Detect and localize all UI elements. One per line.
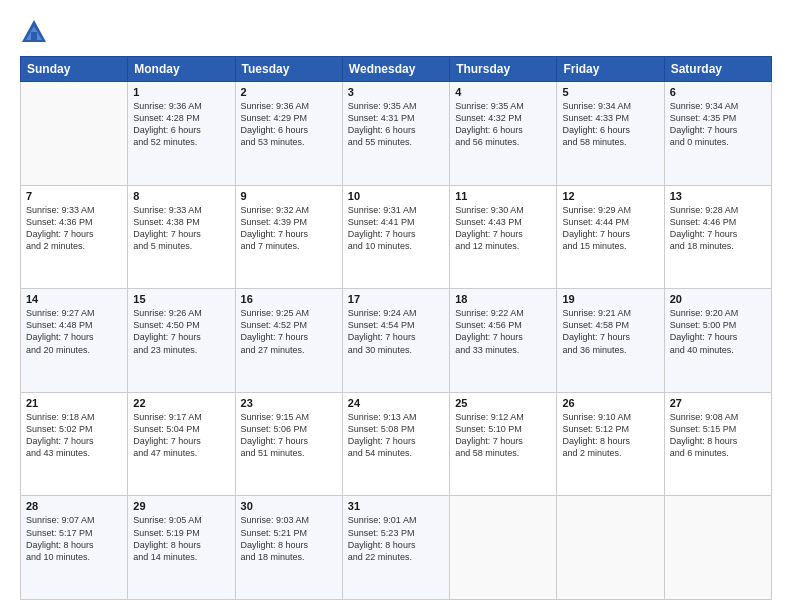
day-info: Sunrise: 9:20 AM Sunset: 5:00 PM Dayligh… — [670, 307, 766, 356]
weekday-header: Sunday — [21, 57, 128, 82]
day-number: 14 — [26, 293, 122, 305]
day-info: Sunrise: 9:33 AM Sunset: 4:38 PM Dayligh… — [133, 204, 229, 253]
day-info: Sunrise: 9:12 AM Sunset: 5:10 PM Dayligh… — [455, 411, 551, 460]
day-number: 28 — [26, 500, 122, 512]
day-number: 17 — [348, 293, 444, 305]
day-number: 9 — [241, 190, 337, 202]
calendar-cell: 8Sunrise: 9:33 AM Sunset: 4:38 PM Daylig… — [128, 185, 235, 289]
svg-rect-2 — [31, 32, 37, 40]
day-info: Sunrise: 9:13 AM Sunset: 5:08 PM Dayligh… — [348, 411, 444, 460]
calendar-cell: 9Sunrise: 9:32 AM Sunset: 4:39 PM Daylig… — [235, 185, 342, 289]
day-info: Sunrise: 9:25 AM Sunset: 4:52 PM Dayligh… — [241, 307, 337, 356]
day-number: 12 — [562, 190, 658, 202]
day-info: Sunrise: 9:30 AM Sunset: 4:43 PM Dayligh… — [455, 204, 551, 253]
calendar-cell: 31Sunrise: 9:01 AM Sunset: 5:23 PM Dayli… — [342, 496, 449, 600]
day-info: Sunrise: 9:05 AM Sunset: 5:19 PM Dayligh… — [133, 514, 229, 563]
logo — [20, 18, 54, 46]
calendar-week-row: 21Sunrise: 9:18 AM Sunset: 5:02 PM Dayli… — [21, 392, 772, 496]
day-number: 22 — [133, 397, 229, 409]
calendar-cell: 10Sunrise: 9:31 AM Sunset: 4:41 PM Dayli… — [342, 185, 449, 289]
day-info: Sunrise: 9:03 AM Sunset: 5:21 PM Dayligh… — [241, 514, 337, 563]
logo-icon — [20, 18, 48, 46]
weekday-header: Monday — [128, 57, 235, 82]
day-info: Sunrise: 9:33 AM Sunset: 4:36 PM Dayligh… — [26, 204, 122, 253]
calendar-cell — [450, 496, 557, 600]
day-number: 20 — [670, 293, 766, 305]
day-number: 13 — [670, 190, 766, 202]
calendar-cell: 12Sunrise: 9:29 AM Sunset: 4:44 PM Dayli… — [557, 185, 664, 289]
day-number: 30 — [241, 500, 337, 512]
weekday-header: Tuesday — [235, 57, 342, 82]
day-number: 8 — [133, 190, 229, 202]
calendar-cell: 11Sunrise: 9:30 AM Sunset: 4:43 PM Dayli… — [450, 185, 557, 289]
calendar-cell: 29Sunrise: 9:05 AM Sunset: 5:19 PM Dayli… — [128, 496, 235, 600]
day-info: Sunrise: 9:32 AM Sunset: 4:39 PM Dayligh… — [241, 204, 337, 253]
calendar-cell: 25Sunrise: 9:12 AM Sunset: 5:10 PM Dayli… — [450, 392, 557, 496]
day-info: Sunrise: 9:36 AM Sunset: 4:28 PM Dayligh… — [133, 100, 229, 149]
day-number: 31 — [348, 500, 444, 512]
calendar-cell: 18Sunrise: 9:22 AM Sunset: 4:56 PM Dayli… — [450, 289, 557, 393]
calendar-cell: 23Sunrise: 9:15 AM Sunset: 5:06 PM Dayli… — [235, 392, 342, 496]
calendar-cell: 14Sunrise: 9:27 AM Sunset: 4:48 PM Dayli… — [21, 289, 128, 393]
calendar-cell: 17Sunrise: 9:24 AM Sunset: 4:54 PM Dayli… — [342, 289, 449, 393]
calendar-week-row: 7Sunrise: 9:33 AM Sunset: 4:36 PM Daylig… — [21, 185, 772, 289]
day-number: 29 — [133, 500, 229, 512]
calendar-cell: 16Sunrise: 9:25 AM Sunset: 4:52 PM Dayli… — [235, 289, 342, 393]
calendar-cell: 3Sunrise: 9:35 AM Sunset: 4:31 PM Daylig… — [342, 82, 449, 186]
calendar-week-row: 28Sunrise: 9:07 AM Sunset: 5:17 PM Dayli… — [21, 496, 772, 600]
day-info: Sunrise: 9:26 AM Sunset: 4:50 PM Dayligh… — [133, 307, 229, 356]
day-info: Sunrise: 9:22 AM Sunset: 4:56 PM Dayligh… — [455, 307, 551, 356]
day-info: Sunrise: 9:10 AM Sunset: 5:12 PM Dayligh… — [562, 411, 658, 460]
calendar-cell: 19Sunrise: 9:21 AM Sunset: 4:58 PM Dayli… — [557, 289, 664, 393]
day-number: 5 — [562, 86, 658, 98]
day-number: 25 — [455, 397, 551, 409]
day-number: 1 — [133, 86, 229, 98]
weekday-header: Saturday — [664, 57, 771, 82]
day-info: Sunrise: 9:29 AM Sunset: 4:44 PM Dayligh… — [562, 204, 658, 253]
calendar-cell: 26Sunrise: 9:10 AM Sunset: 5:12 PM Dayli… — [557, 392, 664, 496]
calendar-cell: 21Sunrise: 9:18 AM Sunset: 5:02 PM Dayli… — [21, 392, 128, 496]
day-info: Sunrise: 9:24 AM Sunset: 4:54 PM Dayligh… — [348, 307, 444, 356]
header — [20, 18, 772, 46]
day-info: Sunrise: 9:18 AM Sunset: 5:02 PM Dayligh… — [26, 411, 122, 460]
weekday-header: Wednesday — [342, 57, 449, 82]
day-number: 15 — [133, 293, 229, 305]
calendar-cell: 7Sunrise: 9:33 AM Sunset: 4:36 PM Daylig… — [21, 185, 128, 289]
day-number: 11 — [455, 190, 551, 202]
calendar-cell: 30Sunrise: 9:03 AM Sunset: 5:21 PM Dayli… — [235, 496, 342, 600]
day-info: Sunrise: 9:01 AM Sunset: 5:23 PM Dayligh… — [348, 514, 444, 563]
weekday-header: Thursday — [450, 57, 557, 82]
day-info: Sunrise: 9:08 AM Sunset: 5:15 PM Dayligh… — [670, 411, 766, 460]
calendar-cell: 6Sunrise: 9:34 AM Sunset: 4:35 PM Daylig… — [664, 82, 771, 186]
calendar-cell: 15Sunrise: 9:26 AM Sunset: 4:50 PM Dayli… — [128, 289, 235, 393]
day-number: 24 — [348, 397, 444, 409]
day-info: Sunrise: 9:15 AM Sunset: 5:06 PM Dayligh… — [241, 411, 337, 460]
page: SundayMondayTuesdayWednesdayThursdayFrid… — [0, 0, 792, 612]
calendar-cell: 22Sunrise: 9:17 AM Sunset: 5:04 PM Dayli… — [128, 392, 235, 496]
day-number: 7 — [26, 190, 122, 202]
calendar-cell — [664, 496, 771, 600]
calendar-cell — [557, 496, 664, 600]
day-number: 6 — [670, 86, 766, 98]
calendar-cell: 24Sunrise: 9:13 AM Sunset: 5:08 PM Dayli… — [342, 392, 449, 496]
day-info: Sunrise: 9:36 AM Sunset: 4:29 PM Dayligh… — [241, 100, 337, 149]
day-number: 18 — [455, 293, 551, 305]
day-info: Sunrise: 9:35 AM Sunset: 4:32 PM Dayligh… — [455, 100, 551, 149]
day-number: 23 — [241, 397, 337, 409]
day-info: Sunrise: 9:35 AM Sunset: 4:31 PM Dayligh… — [348, 100, 444, 149]
calendar-cell: 2Sunrise: 9:36 AM Sunset: 4:29 PM Daylig… — [235, 82, 342, 186]
calendar-cell: 13Sunrise: 9:28 AM Sunset: 4:46 PM Dayli… — [664, 185, 771, 289]
day-number: 2 — [241, 86, 337, 98]
day-number: 26 — [562, 397, 658, 409]
calendar-cell: 28Sunrise: 9:07 AM Sunset: 5:17 PM Dayli… — [21, 496, 128, 600]
calendar-cell: 27Sunrise: 9:08 AM Sunset: 5:15 PM Dayli… — [664, 392, 771, 496]
calendar-cell: 4Sunrise: 9:35 AM Sunset: 4:32 PM Daylig… — [450, 82, 557, 186]
day-number: 3 — [348, 86, 444, 98]
calendar-week-row: 1Sunrise: 9:36 AM Sunset: 4:28 PM Daylig… — [21, 82, 772, 186]
day-info: Sunrise: 9:28 AM Sunset: 4:46 PM Dayligh… — [670, 204, 766, 253]
day-info: Sunrise: 9:17 AM Sunset: 5:04 PM Dayligh… — [133, 411, 229, 460]
day-info: Sunrise: 9:34 AM Sunset: 4:33 PM Dayligh… — [562, 100, 658, 149]
calendar-table: SundayMondayTuesdayWednesdayThursdayFrid… — [20, 56, 772, 600]
day-number: 21 — [26, 397, 122, 409]
day-info: Sunrise: 9:31 AM Sunset: 4:41 PM Dayligh… — [348, 204, 444, 253]
